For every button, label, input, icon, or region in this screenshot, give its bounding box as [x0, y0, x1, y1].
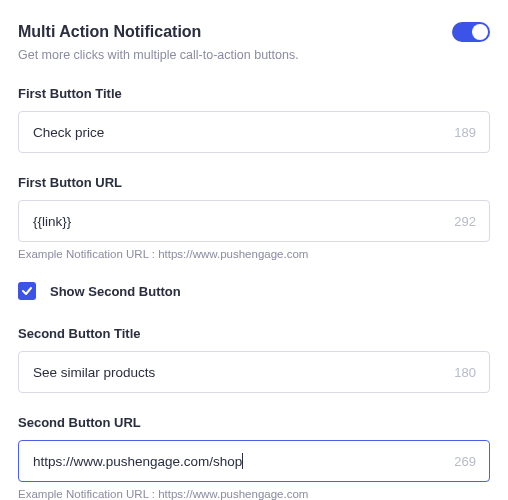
first-button-title-label: First Button Title	[18, 86, 490, 101]
first-button-url-input[interactable]	[18, 200, 490, 242]
first-button-title-input[interactable]	[18, 111, 490, 153]
first-button-url-label: First Button URL	[18, 175, 490, 190]
section-title: Multi Action Notification	[18, 23, 201, 41]
first-button-url-hint: Example Notification URL : https://www.p…	[18, 248, 490, 260]
second-button-url-hint: Example Notification URL : https://www.p…	[18, 488, 490, 500]
check-icon	[21, 285, 33, 297]
section-subtitle: Get more clicks with multiple call-to-ac…	[18, 48, 490, 62]
multi-action-toggle[interactable]	[452, 22, 490, 42]
second-button-title-input[interactable]	[18, 351, 490, 393]
text-caret	[242, 453, 243, 469]
show-second-button-label: Show Second Button	[50, 284, 181, 299]
second-button-title-label: Second Button Title	[18, 326, 490, 341]
show-second-button-checkbox[interactable]	[18, 282, 36, 300]
second-button-url-input[interactable]: https://www.pushengage.com/shop	[18, 440, 490, 482]
second-button-url-label: Second Button URL	[18, 415, 490, 430]
second-button-url-value: https://www.pushengage.com/shop	[33, 454, 242, 469]
toggle-knob	[472, 24, 488, 40]
